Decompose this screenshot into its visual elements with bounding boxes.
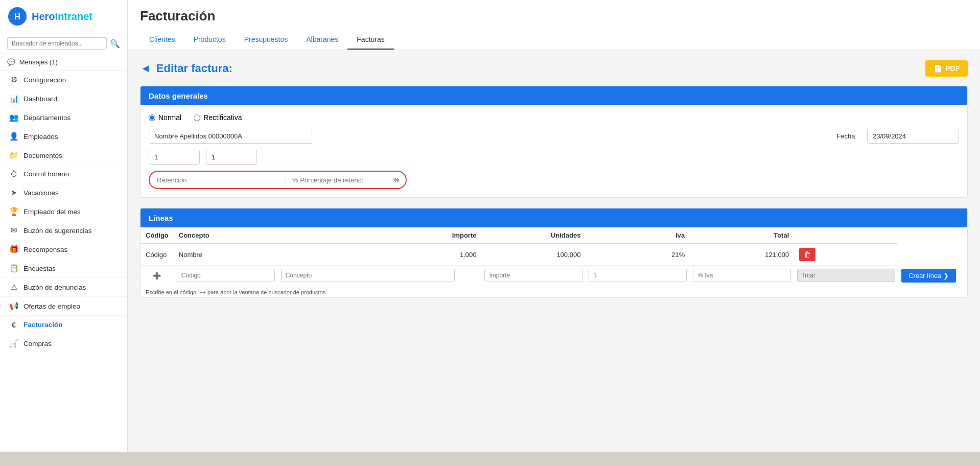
- sidebar-item-vacaciones[interactable]: ➤ Vacaciones: [0, 183, 127, 202]
- pdf-button[interactable]: 📄 PDF: [925, 60, 968, 77]
- table-row: Código Nombre 1.000 100.000 21% 121.000 …: [141, 244, 967, 266]
- new-importe-input[interactable]: [484, 269, 582, 282]
- sidebar-item-configuracion[interactable]: ⚙ Configuración: [0, 71, 127, 89]
- plus-icon: ➕: [153, 272, 161, 279]
- edit-header: ◄ Editar factura: 📄 PDF: [140, 60, 968, 77]
- new-unidades-input[interactable]: [589, 269, 687, 282]
- row-importe: 1.000: [278, 244, 482, 266]
- fecha-input[interactable]: [867, 129, 959, 144]
- new-unidades-cell: [586, 266, 690, 286]
- tab-albaranes[interactable]: Albaranes: [297, 30, 347, 50]
- sidebar-item-ofertas-empleo[interactable]: 📢 Ofertas de empleo: [0, 297, 127, 316]
- lines-table: Código Concepto Importe Unidades Iva Tot…: [141, 227, 967, 286]
- hint-text: Escribe en el código: ++ para abrir la v…: [141, 286, 967, 297]
- search-input[interactable]: [7, 37, 107, 50]
- sidebar: H HeroIntranet 🔍 💬 Mensajes (1) ⚙ Config…: [0, 0, 128, 466]
- col-concepto: Concepto: [174, 227, 278, 244]
- plus-icon-cell[interactable]: ➕: [141, 266, 174, 286]
- col-importe: Importe: [278, 227, 482, 244]
- sidebar-item-label: Recompensas: [24, 246, 67, 253]
- sidebar-item-label: Compras: [24, 340, 52, 347]
- col-codigo: Código: [141, 227, 174, 244]
- new-iva-cell: [690, 266, 794, 286]
- sidebar-item-documentos[interactable]: 📁 Documentos: [0, 146, 127, 165]
- message-bubble-icon: 💬: [7, 58, 15, 66]
- sidebar-item-label: Ofertas de empleo: [24, 302, 80, 310]
- invoice-type-group: Normal Rectificativa: [149, 113, 959, 122]
- messages-link[interactable]: 💬 Mensajes (1): [0, 54, 127, 71]
- lineas-header: Líneas: [141, 208, 967, 227]
- sidebar-item-label: Departamentos: [24, 114, 71, 122]
- datos-generales-card: Datos generales Normal Rectificativa: [140, 86, 968, 198]
- retention-separator: [286, 173, 286, 187]
- sidebar-item-label: Control horario: [24, 170, 69, 178]
- back-arrow-icon[interactable]: ◄: [140, 62, 151, 75]
- sidebar-item-buzon-denuncias[interactable]: ⚠ Buzón de denuncias: [0, 278, 127, 297]
- tabs-bar: Clientes Productos Presupuestos Albarane…: [140, 30, 968, 50]
- search-button[interactable]: 🔍: [110, 39, 120, 49]
- create-line-cell: Crear línea ❯: [898, 266, 967, 286]
- trophy-icon: 🏆: [9, 207, 18, 216]
- sidebar-item-facturacion[interactable]: € Facturación: [0, 316, 127, 334]
- page-header: Facturación Clientes Productos Presupues…: [128, 0, 980, 50]
- new-codigo-input[interactable]: [177, 269, 275, 282]
- sidebar-nav: ⚙ Configuración 📊 Dashboard 👥 Departamen…: [0, 71, 127, 466]
- new-concepto-cell: [278, 266, 482, 286]
- num1-input[interactable]: [149, 150, 200, 165]
- create-line-button[interactable]: Crear línea ❯: [901, 269, 956, 283]
- tab-clientes[interactable]: Clientes: [140, 30, 184, 50]
- svg-text:H: H: [14, 12, 20, 21]
- sidebar-item-label: Empleados: [24, 133, 58, 141]
- retencion-input[interactable]: [152, 173, 285, 187]
- pct-sign: %: [389, 176, 404, 184]
- clock-icon: ⏱: [9, 170, 18, 178]
- sidebar-item-label: Encuestas: [24, 265, 56, 272]
- sidebar-logo: H HeroIntranet: [0, 0, 127, 33]
- retention-row: %: [149, 171, 407, 189]
- porcentaje-input[interactable]: [287, 173, 389, 187]
- mail-icon: ✉: [9, 226, 18, 235]
- sidebar-item-control-horario[interactable]: ⏱ Control horario: [0, 165, 127, 183]
- sidebar-item-departamentos[interactable]: 👥 Departamentos: [0, 108, 127, 127]
- new-concepto-input[interactable]: [281, 269, 455, 282]
- page-title: Facturación: [140, 8, 968, 24]
- sidebar-item-label: Dashboard: [24, 95, 57, 103]
- radio-normal[interactable]: [149, 114, 155, 121]
- pdf-icon: 📄: [934, 64, 942, 73]
- sidebar-item-label: Buzón de sugerencias: [24, 227, 92, 235]
- tab-presupuestos[interactable]: Presupuestos: [235, 30, 297, 50]
- nombre-input[interactable]: [149, 129, 312, 144]
- radio-rectificativa[interactable]: [194, 114, 200, 121]
- sidebar-item-empleados[interactable]: 👤 Empleados: [0, 127, 127, 146]
- tab-facturas[interactable]: Facturas: [347, 30, 393, 50]
- lineas-body: Código Concepto Importe Unidades Iva Tot…: [141, 227, 967, 297]
- sidebar-item-encuestas[interactable]: 📋 Encuestas: [0, 259, 127, 278]
- delete-row-button[interactable]: 🗑: [799, 248, 815, 261]
- datos-generales-body: Normal Rectificativa Fecha:: [141, 105, 967, 197]
- sidebar-search: 🔍: [0, 33, 127, 54]
- row-codigo: Código: [141, 244, 174, 266]
- col-unidades: Unidades: [481, 227, 586, 244]
- radio-rectificativa-label[interactable]: Rectificativa: [194, 113, 242, 122]
- euro-icon: €: [9, 320, 18, 329]
- num2-input[interactable]: [206, 150, 257, 165]
- tab-productos[interactable]: Productos: [184, 30, 235, 50]
- sidebar-item-compras[interactable]: 🛒 Compras: [0, 334, 127, 353]
- col-total: Total: [690, 227, 794, 244]
- sidebar-item-buzon-sugerencias[interactable]: ✉ Buzón de sugerencias: [0, 221, 127, 240]
- edit-title: ◄ Editar factura:: [140, 62, 232, 75]
- logo-icon: H: [7, 6, 28, 27]
- radio-normal-label[interactable]: Normal: [149, 113, 181, 122]
- sidebar-item-label: Documentos: [24, 152, 62, 159]
- sidebar-item-empleado-del-mes[interactable]: 🏆 Empleado del mes: [0, 202, 127, 221]
- cart-icon: 🛒: [9, 339, 18, 348]
- new-iva-input[interactable]: [693, 269, 791, 282]
- sidebar-item-dashboard[interactable]: 📊 Dashboard: [0, 89, 127, 108]
- new-total-input[interactable]: [797, 269, 895, 282]
- datos-generales-header: Datos generales: [141, 86, 967, 105]
- gear-icon: ⚙: [9, 75, 18, 84]
- megaphone-icon: 📢: [9, 301, 18, 311]
- sidebar-item-recompensas[interactable]: 🎁 Recompensas: [0, 240, 127, 259]
- sidebar-item-label: Empleado del mes: [24, 208, 81, 216]
- sidebar-item-label: Facturación: [24, 321, 63, 329]
